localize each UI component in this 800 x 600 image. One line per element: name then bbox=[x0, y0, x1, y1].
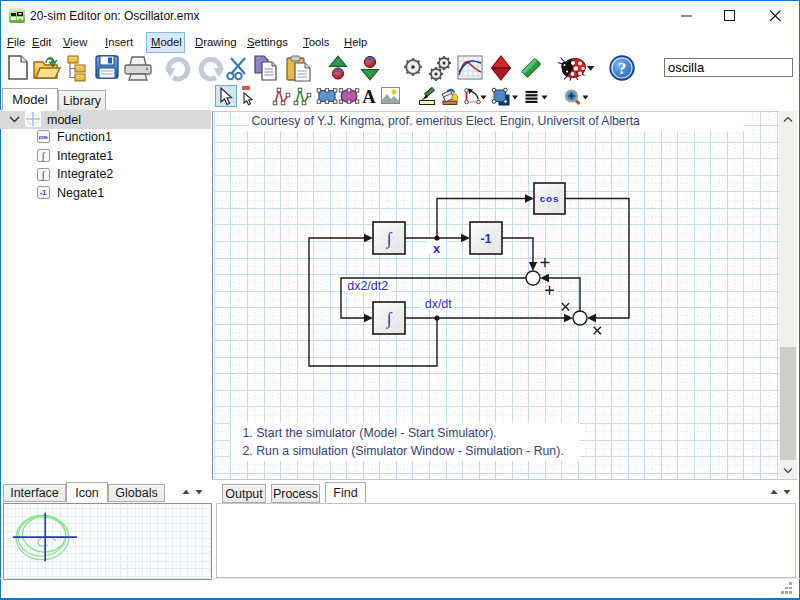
svg-text:x: x bbox=[433, 241, 441, 256]
svg-text:-1: -1 bbox=[480, 232, 491, 246]
svg-text:dx2/dt2: dx2/dt2 bbox=[347, 279, 388, 293]
svg-text:cos: cos bbox=[540, 193, 560, 204]
svg-text:?: ? bbox=[618, 59, 626, 78]
svg-text:A: A bbox=[362, 87, 376, 107]
svg-text:dx/dt: dx/dt bbox=[425, 297, 453, 311]
